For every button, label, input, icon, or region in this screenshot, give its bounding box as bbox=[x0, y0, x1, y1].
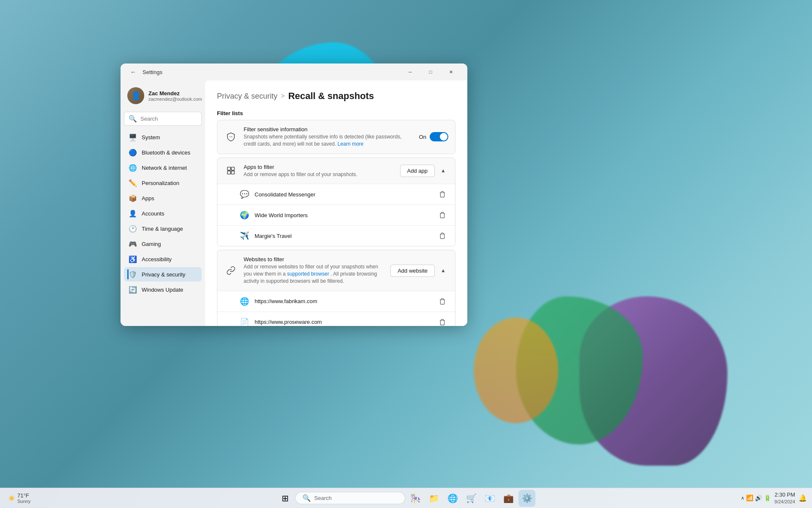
microsoft-store-button[interactable]: 🛒 bbox=[463, 490, 480, 507]
main-content: Privacy & security > Recall & snapshots … bbox=[205, 80, 467, 326]
website-item-proseware: 📄 https://www.proseware.com bbox=[217, 312, 455, 326]
taskbar-search-label: Search bbox=[314, 495, 332, 501]
minimize-button[interactable]: ─ bbox=[401, 65, 420, 79]
website-url-proseware: https://www.proseware.com bbox=[255, 319, 431, 325]
apps-icon: 📦 bbox=[129, 194, 137, 202]
back-button[interactable]: ← bbox=[127, 66, 139, 78]
delete-proseware-button[interactable] bbox=[436, 316, 448, 326]
sidebar-item-privacy[interactable]: 🛡️ Privacy & security bbox=[124, 267, 202, 282]
system-icon: 🖥️ bbox=[129, 133, 137, 141]
app-item-wide-world: 🌍 Wide World Importers bbox=[217, 205, 455, 226]
apps-to-filter-header-row: Apps to filter Add or remove apps to fil… bbox=[217, 158, 455, 185]
filter-sensitive-row: Filter sensitive information Snapshots w… bbox=[217, 120, 455, 154]
personalization-icon: ✏️ bbox=[129, 179, 137, 187]
filter-sensitive-toggle[interactable] bbox=[430, 132, 448, 141]
wide-world-importers-icon: 🌍 bbox=[239, 210, 250, 220]
clock[interactable]: 2:30 PM 9/24/2024 bbox=[774, 491, 795, 505]
weather-icon: ☀️ bbox=[8, 495, 15, 501]
teams-button[interactable]: 💼 bbox=[500, 490, 517, 507]
start-button[interactable]: ⊞ bbox=[277, 490, 294, 507]
websites-to-filter-chevron-up[interactable]: ▲ bbox=[438, 265, 448, 276]
apps-to-filter-chevron-up[interactable]: ▲ bbox=[438, 166, 448, 176]
delete-wide-world-button[interactable] bbox=[436, 209, 448, 221]
taskbar-search-icon: 🔍 bbox=[302, 494, 311, 502]
supported-browser-link[interactable]: supported browser bbox=[287, 271, 329, 277]
settings-body: 👤 Zac Mendez zacmendez@outlook.com 🔍 🖥️ … bbox=[121, 80, 467, 326]
filter-lists-label: Filter lists bbox=[217, 110, 455, 116]
svg-rect-4 bbox=[231, 171, 234, 174]
search-icon: 🔍 bbox=[129, 115, 137, 123]
app-name-wide-world: Wide World Importers bbox=[255, 212, 431, 218]
page-header: Privacy & security > Recall & snapshots bbox=[217, 91, 455, 102]
delete-consolidated-button[interactable] bbox=[436, 188, 448, 200]
add-website-button[interactable]: Add website bbox=[390, 265, 435, 277]
website-item-fabrikam: 🌐 https://www.fabrikam.com bbox=[217, 291, 455, 312]
update-icon: 🔄 bbox=[129, 286, 137, 293]
svg-rect-3 bbox=[228, 171, 230, 174]
websites-to-filter-desc: Add or remove websites to filter out of … bbox=[244, 263, 384, 284]
taskbar: ☀️ 71°F Sunny ⊞ 🔍 Search 🎠 📁 🌐 🛒 📧 💼 ⚙️ … bbox=[0, 488, 812, 508]
accessibility-icon: ♿ bbox=[129, 255, 137, 263]
add-app-button[interactable]: Add app bbox=[400, 165, 435, 177]
apps-to-filter-title: Apps to filter bbox=[244, 164, 394, 170]
sidebar-item-time[interactable]: 🕐 Time & language bbox=[124, 221, 202, 236]
current-time: 2:30 PM bbox=[774, 491, 795, 499]
user-profile-section[interactable]: 👤 Zac Mendez zacmendez@outlook.com bbox=[124, 84, 202, 109]
sidebar-item-update[interactable]: 🔄 Windows Update bbox=[124, 282, 202, 297]
temperature: 71°F bbox=[17, 492, 30, 499]
app-item-consolidated: 💬 Consolidated Messenger bbox=[217, 184, 455, 205]
taskbar-right: ∧ 📶 🔊 🔋 2:30 PM 9/24/2024 🔔 bbox=[741, 491, 807, 505]
sidebar-item-bluetooth[interactable]: 🔵 Bluetooth & devices bbox=[124, 145, 202, 160]
sidebar-item-apps[interactable]: 📦 Apps bbox=[124, 191, 202, 205]
bluetooth-icon: 🔵 bbox=[129, 149, 137, 156]
filter-sensitive-title: Filter sensitive information bbox=[244, 126, 413, 133]
sidebar-item-accessibility[interactable]: ♿ Accessibility bbox=[124, 252, 202, 266]
user-email: zacmendez@outlook.com bbox=[148, 97, 202, 102]
notification-icon[interactable]: 🔔 bbox=[798, 494, 807, 502]
settings-taskbar-button[interactable]: ⚙️ bbox=[518, 490, 535, 507]
filter-sensitive-card: Filter sensitive information Snapshots w… bbox=[217, 120, 455, 154]
window-controls: ─ □ ✕ bbox=[401, 65, 461, 79]
consolidated-messenger-icon: 💬 bbox=[239, 189, 250, 199]
sidebar-item-network[interactable]: 🌐 Network & internet bbox=[124, 160, 202, 175]
delete-margies-button[interactable] bbox=[436, 230, 448, 242]
tray-chevron[interactable]: ∧ bbox=[741, 495, 744, 501]
sidebar-item-personalization[interactable]: ✏️ Personalization bbox=[124, 176, 202, 190]
fabrikam-icon: 🌐 bbox=[239, 296, 250, 306]
current-date: 9/24/2024 bbox=[774, 499, 795, 505]
close-button[interactable]: ✕ bbox=[441, 65, 461, 79]
privacy-icon: 🛡️ bbox=[129, 271, 137, 278]
edge-browser-button[interactable]: 🌐 bbox=[444, 490, 461, 507]
accounts-icon: 👤 bbox=[129, 210, 137, 217]
sidebar-item-gaming[interactable]: 🎮 Gaming bbox=[124, 237, 202, 251]
filter-sensitive-desc: Snapshots where potentially sensitive in… bbox=[244, 133, 413, 148]
network-tray-icon[interactable]: 📶 bbox=[746, 494, 753, 501]
filter-sensitive-status: On bbox=[419, 134, 426, 140]
time-icon: 🕐 bbox=[129, 225, 137, 232]
svg-rect-2 bbox=[231, 167, 234, 170]
svg-rect-1 bbox=[228, 167, 230, 170]
filter-sensitive-learn-more-link[interactable]: Learn more bbox=[337, 141, 363, 147]
delete-fabrikam-button[interactable] bbox=[436, 295, 448, 307]
page-title: Recall & snapshots bbox=[288, 91, 374, 102]
sidebar-item-accounts[interactable]: 👤 Accounts bbox=[124, 206, 202, 221]
battery-tray-icon[interactable]: 🔋 bbox=[764, 494, 771, 501]
breadcrumb-parent[interactable]: Privacy & security bbox=[217, 92, 277, 101]
widgets-button[interactable]: 🎠 bbox=[407, 490, 424, 507]
maximize-button[interactable]: □ bbox=[421, 65, 440, 79]
sidebar-search[interactable]: 🔍 bbox=[124, 112, 202, 126]
weather-widget[interactable]: ☀️ 71°F Sunny bbox=[5, 491, 34, 505]
websites-to-filter-icon bbox=[224, 264, 238, 277]
margies-travel-icon: ✈️ bbox=[239, 231, 250, 241]
taskbar-search-bar[interactable]: 🔍 Search bbox=[295, 492, 405, 504]
websites-to-filter-card: Websites to filter Add or remove website… bbox=[217, 250, 455, 326]
websites-to-filter-header-row: Websites to filter Add or remove website… bbox=[217, 250, 455, 291]
sidebar-item-system[interactable]: 🖥️ System bbox=[124, 130, 202, 144]
search-input[interactable] bbox=[140, 116, 197, 122]
app-name-consolidated: Consolidated Messenger bbox=[255, 191, 431, 198]
volume-tray-icon[interactable]: 🔊 bbox=[755, 494, 762, 501]
file-explorer-button[interactable]: 📁 bbox=[425, 490, 442, 507]
mail-button[interactable]: 📧 bbox=[481, 490, 498, 507]
taskbar-center: ⊞ 🔍 Search 🎠 📁 🌐 🛒 📧 💼 ⚙️ bbox=[277, 490, 535, 507]
title-bar: ← Settings ─ □ ✕ bbox=[121, 64, 467, 80]
